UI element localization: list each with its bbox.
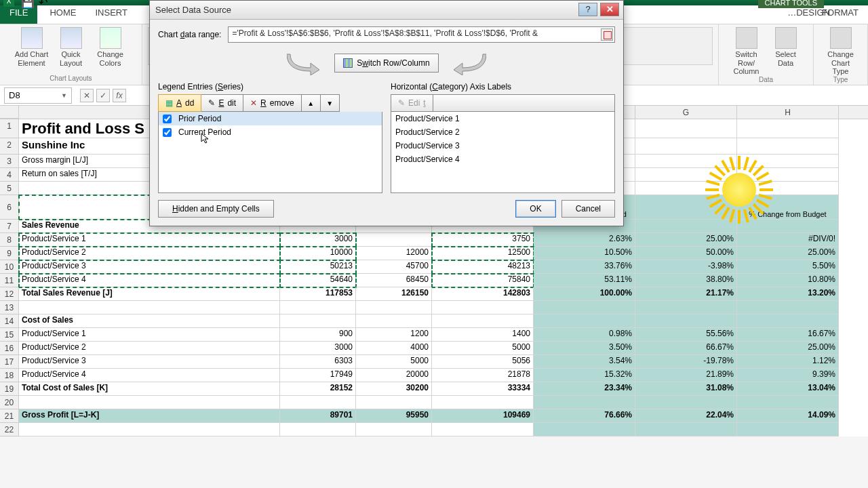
cell[interactable]: Product/Service 4	[19, 274, 280, 287]
legend-entries-label: Legend Entries (Series)	[158, 82, 382, 92]
col-header[interactable]: G	[635, 106, 737, 119]
save-icon[interactable]: 💾	[21, 0, 32, 7]
series-item[interactable]: Current Period	[159, 125, 382, 139]
series-item[interactable]: Prior Period	[159, 112, 382, 125]
ribbon-group-chart-layouts: Chart Layouts	[50, 75, 92, 82]
total-row[interactable]: Total Sales Revenue [J]	[19, 287, 280, 301]
undo-icon[interactable]: ↶	[39, 0, 50, 7]
add-series-button[interactable]: ▦Add	[158, 94, 201, 112]
fx-icon[interactable]: fx	[113, 89, 126, 102]
series-checkbox[interactable]	[163, 115, 172, 123]
switch-row-column-button[interactable]: Switch Row/ Column	[730, 27, 764, 76]
axis-item[interactable]: Product/Service 2	[391, 125, 614, 139]
select-data-button[interactable]: Select Data	[769, 27, 803, 76]
move-down-button[interactable]: ▼	[321, 94, 340, 112]
ok-button[interactable]: OK	[515, 200, 555, 218]
chart-tools-label: CHART TOOLS	[758, 0, 824, 8]
axis-item[interactable]: Product/Service 3	[391, 139, 614, 152]
hidden-empty-cells-button[interactable]: Hidden and Empty Cells	[158, 200, 274, 218]
cell[interactable]: Product/Service 2	[19, 342, 280, 355]
tab-file[interactable]: FILE	[0, 5, 37, 24]
switch-icon	[343, 58, 353, 68]
add-chart-element-button[interactable]: Add Chart Element	[15, 27, 49, 67]
cell[interactable]: Product/Service 3	[19, 355, 280, 369]
edit-icon: ✎	[208, 98, 215, 108]
axis-item[interactable]: Product/Service 1	[391, 112, 614, 125]
swap-arrow-right-icon	[452, 51, 486, 75]
col-header[interactable]: H	[737, 106, 839, 119]
chart-data-range-input[interactable]: ='Profit & Loss'!$A$6:$B$6, 'Profit & Lo…	[228, 26, 615, 43]
cell[interactable]: Product/Service 4	[19, 369, 280, 382]
ribbon-group-data: Data	[759, 76, 773, 83]
excel-icon: X	[3, 0, 14, 7]
select-data-source-dialog: Select Data Source ? ✕ Chart data range:…	[149, 0, 624, 226]
close-button[interactable]: ✕	[600, 3, 619, 16]
dialog-title: Select Data Source	[155, 5, 231, 15]
range-picker-icon[interactable]	[601, 28, 613, 41]
add-icon: ▦	[165, 98, 173, 108]
remove-series-button[interactable]: ✕Remove	[243, 94, 302, 112]
switch-row-column-button[interactable]: Switch Row/Column	[334, 54, 438, 73]
total-row[interactable]: Total Cost of Sales [K]	[19, 382, 280, 396]
quick-access-toolbar: X 💾 ↶	[3, 0, 50, 5]
change-colors-button[interactable]: Change Colors	[94, 27, 127, 67]
move-up-button[interactable]: ▲	[302, 94, 321, 112]
cell[interactable]: Product/Service 1	[19, 233, 280, 247]
cell[interactable]: Product/Service 1	[19, 328, 280, 342]
tab-home[interactable]: HOME	[40, 5, 85, 24]
total-row[interactable]: Gross Profit [L=J-K]	[19, 409, 280, 423]
edit-icon: ✎	[398, 98, 405, 108]
quick-layout-button[interactable]: Quick Layout	[54, 27, 88, 67]
chevron-down-icon[interactable]: ▼	[61, 92, 67, 99]
chart-data-range-label: Chart data range:	[158, 30, 221, 39]
ribbon-group-type: Type	[833, 76, 848, 83]
enter-formula-icon[interactable]: ✓	[96, 89, 110, 102]
edit-series-button[interactable]: ✎Edit	[201, 94, 243, 112]
dialog-title-bar[interactable]: Select Data Source ? ✕	[150, 1, 623, 20]
swap-arrow-left-icon	[287, 51, 321, 75]
series-list[interactable]: Prior Period Current Period	[158, 112, 382, 193]
section-header[interactable]: Cost of Sales	[19, 314, 280, 328]
axis-labels-label: Horizontal (Category) Axis Labels	[391, 82, 615, 92]
name-box[interactable]: D8▼	[4, 87, 72, 104]
cancel-button[interactable]: Cancel	[561, 200, 615, 218]
tab-insert[interactable]: INSERT	[85, 5, 136, 24]
edit-axis-button[interactable]: ✎Edit	[391, 94, 433, 112]
help-button[interactable]: ?	[578, 3, 597, 16]
arrow-down-icon: ▼	[326, 100, 333, 107]
axis-item[interactable]: Product/Service 4	[391, 152, 614, 166]
cell[interactable]: Product/Service 3	[19, 260, 280, 274]
arrow-up-icon: ▲	[307, 100, 314, 107]
cancel-formula-icon[interactable]: ✕	[80, 89, 94, 102]
axis-list[interactable]: Product/Service 1 Product/Service 2 Prod…	[391, 112, 615, 193]
series-checkbox[interactable]	[163, 128, 172, 137]
tab-format[interactable]: FORMAT	[812, 5, 868, 24]
sun-image	[705, 156, 773, 224]
cell[interactable]: Product/Service 2	[19, 247, 280, 260]
change-chart-type-button[interactable]: Change Chart Type	[824, 27, 858, 76]
remove-icon: ✕	[250, 98, 257, 108]
